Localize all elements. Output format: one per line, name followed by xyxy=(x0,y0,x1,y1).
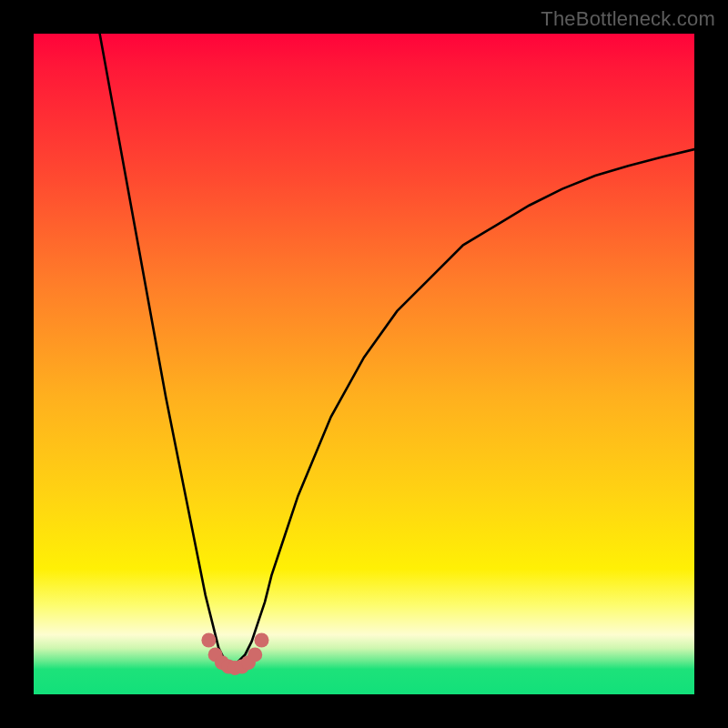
plot-area xyxy=(34,34,694,694)
curve-min-dot xyxy=(201,632,216,647)
watermark-text: TheBottleneck.com xyxy=(541,7,715,31)
curve-layer xyxy=(34,34,694,694)
curve-min-dot xyxy=(254,632,268,647)
bottleneck-curve xyxy=(100,34,694,668)
curve-min-dot xyxy=(248,647,262,662)
chart-frame: TheBottleneck.com xyxy=(0,0,728,728)
